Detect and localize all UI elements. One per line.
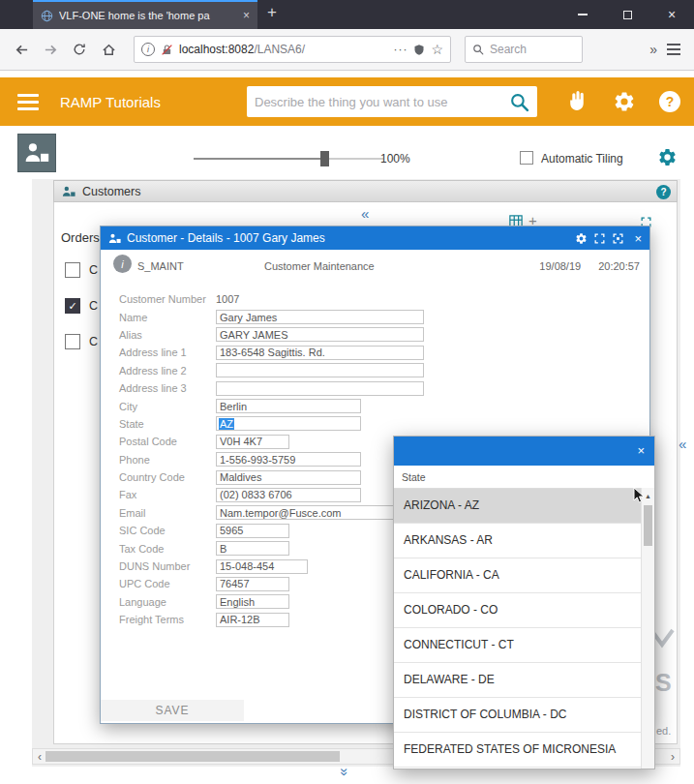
dialog-close-icon[interactable]: × <box>634 231 642 246</box>
state-option[interactable]: DISTRICT OF COLUMBIA - DC <box>394 698 641 733</box>
app-menu-icon[interactable] <box>17 94 39 110</box>
zoom-slider-handle[interactable] <box>320 151 329 166</box>
page-actions-icon[interactable]: ··· <box>393 43 407 56</box>
filter-checkbox[interactable] <box>65 334 80 349</box>
page-info-icon[interactable]: i <box>141 43 155 56</box>
zoom-value: 100% <box>380 152 410 166</box>
dialog-subtitle: Customer Maintenance <box>264 260 375 272</box>
minimize-button[interactable] <box>560 0 605 29</box>
browser-search-bar[interactable] <box>465 36 583 63</box>
tracking-shield-icon[interactable] <box>413 44 425 56</box>
picker-close-icon[interactable]: × <box>637 443 645 458</box>
fax-input[interactable] <box>216 488 361 502</box>
state-option[interactable]: FEDERATED STATES OF MICRONESIA <box>394 733 641 768</box>
freight-terms-input[interactable] <box>216 613 289 627</box>
reload-button[interactable] <box>66 36 93 63</box>
menu-icon[interactable] <box>667 44 680 55</box>
picker-titlebar[interactable]: × <box>394 437 654 466</box>
customers-icon <box>62 185 75 198</box>
bottom-expand-icon[interactable]: « <box>335 768 349 775</box>
selected-text: AZ <box>219 418 234 430</box>
scroll-right-icon[interactable]: › <box>666 749 679 764</box>
layout-gear-icon[interactable] <box>657 147 678 167</box>
tab-close-icon[interactable]: × <box>243 10 250 21</box>
filter-checkbox-checked[interactable]: ✓ <box>65 298 80 314</box>
close-window-button[interactable]: × <box>649 0 694 29</box>
dialog-gear-icon[interactable] <box>575 232 588 245</box>
upc-code-input[interactable] <box>216 577 289 591</box>
actual-size-icon[interactable] <box>612 232 624 245</box>
filter-row: ✓ C <box>65 298 98 314</box>
insecure-lock-icon[interactable] <box>161 44 173 56</box>
zoom-slider-fill <box>194 158 323 160</box>
hand-icon[interactable] <box>565 89 589 113</box>
info-bubble-icon[interactable]: i <box>113 255 132 273</box>
app-search-box[interactable] <box>247 86 537 117</box>
customer-icon <box>108 232 121 245</box>
background-letter-fragment: S <box>655 669 672 697</box>
address-line-2-input[interactable] <box>216 363 424 377</box>
name-input[interactable] <box>216 310 424 324</box>
maximize-icon <box>623 11 632 19</box>
customers-tile-button[interactable] <box>17 134 56 172</box>
scroll-left-icon[interactable]: ‹ <box>33 749 46 764</box>
alias-input[interactable] <box>216 327 424 342</box>
state-option[interactable]: CONNECTICUT - CT <box>394 628 641 663</box>
right-collapse-icon[interactable]: « <box>679 437 686 451</box>
settings-gear-icon[interactable] <box>613 90 636 113</box>
browser-search-input[interactable] <box>490 43 558 56</box>
state-option-list: ARIZONA - AZ ARKANSAS - AR CALIFORNIA - … <box>394 488 641 769</box>
content-gap <box>0 71 694 77</box>
picker-scrollbar-thumb[interactable] <box>644 505 652 546</box>
dialog-titlebar[interactable]: Customer - Details - 1007 Gary James × <box>101 226 649 250</box>
customers-help-icon[interactable]: ? <box>656 185 671 199</box>
browser-titlebar: VLF-ONE home is the 'home pa × + × <box>0 0 694 29</box>
bookmark-star-icon[interactable]: ☆ <box>431 42 443 57</box>
sic-code-input[interactable] <box>216 524 289 538</box>
city-input[interactable] <box>216 399 361 413</box>
duns-number-input[interactable] <box>216 559 308 574</box>
address-bar[interactable]: i localhost:8082/LANSA6/ ··· ☆ <box>134 36 451 63</box>
toolbar-overflow-icon[interactable]: » <box>649 42 657 57</box>
state-option[interactable]: COLORADO - CO <box>394 593 641 628</box>
country-code-input[interactable] <box>216 470 361 485</box>
program-name: S_MAINT <box>137 260 184 272</box>
back-button[interactable] <box>8 36 35 63</box>
browser-tab[interactable]: VLF-ONE home is the 'home pa × <box>33 0 257 29</box>
customers-panel-header[interactable]: Customers ? <box>53 180 678 202</box>
state-option[interactable]: DELAWARE - DE <box>394 663 641 698</box>
app-search-icon[interactable] <box>509 92 529 112</box>
browser-navbar: i localhost:8082/LANSA6/ ··· ☆ » <box>0 29 694 71</box>
filter-row: C <box>65 262 98 278</box>
save-button[interactable]: SAVE <box>101 700 244 721</box>
app-header: RAMP Tutorials ? <box>0 77 694 126</box>
picker-field-label: State <box>402 471 426 483</box>
state-input[interactable]: AZ <box>216 416 361 431</box>
dialog-title: Customer - Details - 1007 Gary James <box>127 231 569 245</box>
phone-input[interactable] <box>216 452 361 467</box>
filter-checkbox[interactable] <box>65 262 80 278</box>
address-line-1-input[interactable] <box>216 346 424 360</box>
help-icon[interactable]: ? <box>659 91 680 112</box>
scale-to-fit-icon[interactable] <box>593 232 606 245</box>
state-option[interactable]: ARIZONA - AZ <box>394 489 641 524</box>
scrollbar-thumb[interactable] <box>45 751 340 762</box>
state-option[interactable]: ARKANSAS - AR <box>394 524 641 558</box>
new-tab-button[interactable]: + <box>267 3 277 22</box>
maximize-button[interactable] <box>605 0 649 29</box>
automatic-tiling-checkbox[interactable] <box>520 151 533 165</box>
browser-window: VLF-ONE home is the 'home pa × + × i <box>0 0 694 784</box>
dialog-datetime: 19/08/19 20:20:57 <box>539 260 640 272</box>
app-search-input[interactable] <box>255 95 503 109</box>
language-input[interactable] <box>216 594 289 609</box>
address-line-3-input[interactable] <box>216 381 424 396</box>
forward-button[interactable] <box>37 36 64 63</box>
postal-code-input[interactable] <box>216 435 289 449</box>
picker-scrollbar[interactable]: ▲ <box>641 488 654 769</box>
state-picker-popup: × State ARIZONA - AZ ARKANSAS - AR CALIF… <box>393 436 655 769</box>
state-option[interactable]: CALIFORNIA - CA <box>394 558 641 593</box>
home-button[interactable] <box>95 36 122 63</box>
panel-collapse-icon[interactable]: « <box>361 206 369 221</box>
dialog-status-row: i S_MAINT Customer Maintenance 19/08/19 … <box>101 257 649 283</box>
tax-code-input[interactable] <box>216 541 289 556</box>
